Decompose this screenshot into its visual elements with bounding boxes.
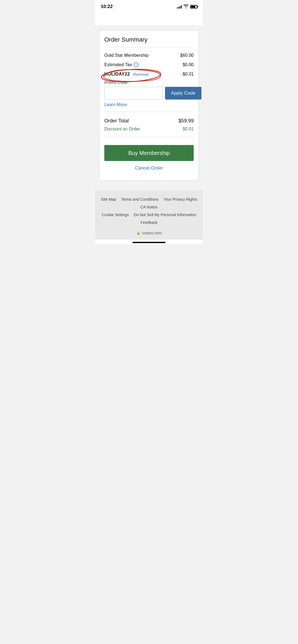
order-summary-title: Order Summary [104, 36, 194, 43]
estimated-tax-value: $0.00 [183, 62, 194, 67]
order-total-label: Order Total [104, 118, 129, 124]
gold-star-label: Gold Star Membership [104, 53, 148, 58]
home-indicator [95, 240, 203, 244]
divider-bottom [104, 137, 194, 137]
discount-value: $0.01 [183, 127, 194, 132]
top-scroll-area [95, 12, 203, 26]
status-time: 10:22 [101, 4, 113, 9]
gold-star-value: $60.00 [180, 53, 194, 58]
order-total-value: $59.99 [179, 118, 194, 124]
footer-privacy-link[interactable]: Your Privacy Rights [164, 197, 197, 202]
buy-membership-button[interactable]: Buy Membership [104, 145, 194, 161]
footer-ca-notice-link[interactable]: CA Notice [140, 205, 158, 209]
promo-applied-row: HOLIDAY22 Remove -$0.01 [104, 69, 194, 79]
footer-cookie-settings-link[interactable]: Cookie Settings [102, 213, 129, 217]
order-summary-card: Order Summary Gold Star Membership $60.0… [99, 30, 199, 181]
status-bar: 10:22 [95, 0, 203, 12]
footer-row-2: CA Notice [101, 205, 197, 209]
discount-on-order-row: Discount on Order $0.01 [104, 125, 194, 134]
discount-label: Discount on Order [104, 127, 140, 132]
battery-icon [190, 5, 197, 9]
estimated-tax-row: Estimated Tax i $0.00 [104, 60, 194, 69]
footer-row-4: Feedback [101, 220, 197, 225]
footer-feedback-link[interactable]: Feedback [140, 220, 157, 225]
domain-text: costco.com [142, 231, 162, 235]
divider-top [104, 47, 194, 47]
gold-star-membership-row: Gold Star Membership $60.00 [104, 51, 194, 60]
remove-promo-link[interactable]: Remove [133, 72, 149, 77]
footer-terms-link[interactable]: Terms and Conditions [121, 197, 158, 202]
status-icons [177, 4, 197, 9]
learn-more-link[interactable]: Learn More [104, 102, 127, 107]
footer-domain: 🔒 costco.com [101, 230, 197, 235]
apply-code-button[interactable]: Apply Code [165, 87, 201, 100]
tax-info-icon[interactable]: i [134, 62, 139, 67]
applied-promo-code: HOLIDAY22 [104, 72, 130, 77]
promo-code-input[interactable] [104, 87, 163, 100]
home-bar [132, 242, 166, 243]
estimated-tax-label: Estimated Tax i [104, 62, 139, 67]
promo-applied-container: HOLIDAY22 Remove [104, 72, 149, 77]
footer-row-3: Cookie Settings Do Not Sell My Personal … [101, 213, 197, 217]
promo-discount-value: -$0.01 [181, 72, 194, 77]
promo-code-section: Promo Code Apply Code Learn More [104, 80, 194, 107]
footer-do-not-sell-link[interactable]: Do Not Sell My Personal Information [134, 213, 196, 217]
wifi-icon [183, 4, 188, 9]
lock-icon: 🔒 [136, 231, 140, 235]
signal-icon [177, 5, 182, 9]
footer: Site Map Terms and Conditions Your Priva… [95, 190, 203, 240]
footer-row-1: Site Map Terms and Conditions Your Priva… [101, 197, 197, 202]
divider-middle [104, 112, 194, 112]
cancel-order-link[interactable]: Cancel Order [104, 163, 194, 174]
footer-sitemap-link[interactable]: Site Map [101, 197, 116, 202]
promo-input-row: Apply Code [104, 87, 194, 100]
main-content: Order Summary Gold Star Membership $60.0… [95, 26, 203, 185]
promo-code-label: Promo Code [104, 80, 194, 85]
order-total-row: Order Total $59.99 [104, 115, 194, 125]
